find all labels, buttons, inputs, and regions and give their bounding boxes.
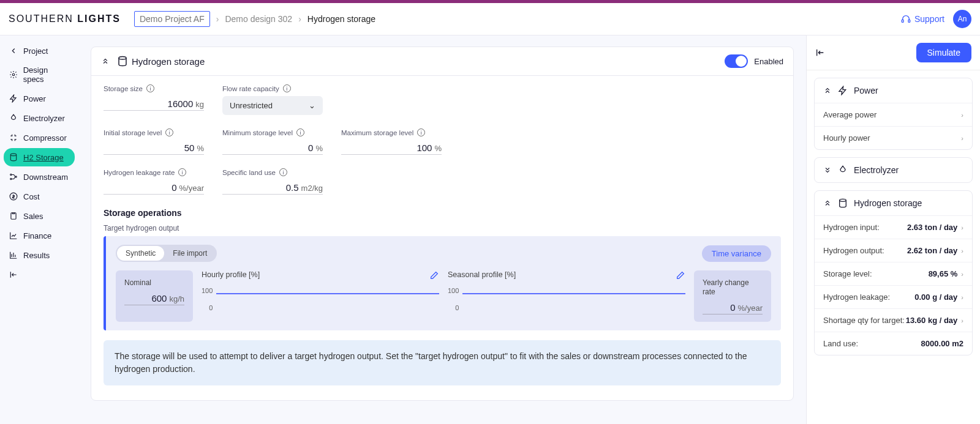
land-use-input[interactable]: 0.5m2/kg	[222, 180, 323, 195]
main-content: Hydrogen storage Enabled Storage sizei 1…	[78, 35, 806, 424]
rp-row[interactable]: Hydrogen leakage:0.00 g / day›	[815, 285, 972, 308]
sidebar-item-label: Sales	[23, 212, 43, 221]
chevron-right-icon: ›	[961, 111, 963, 119]
sidebar: Project Design specs Power Electrolyzer …	[0, 35, 78, 424]
sidebar-item-sales[interactable]: Sales	[4, 207, 75, 225]
chevron-down-icon: ⌄	[309, 101, 315, 110]
sidebar-item-power[interactable]: Power	[4, 89, 75, 108]
nominal-input[interactable]: 600kg/h	[124, 291, 184, 305]
results-panel: Simulate Power Average power› Hourly pow…	[806, 35, 980, 424]
sidebar-item-compressor[interactable]: Compressor	[4, 128, 75, 147]
collapse-left-icon[interactable]	[815, 48, 825, 58]
database-icon	[838, 198, 848, 208]
rp-hstorage-card: Hydrogen storage Hydrogen input:2.63 ton…	[814, 190, 973, 355]
rp-electrolyzer-card: Electrolyzer	[814, 157, 973, 183]
flow-icon	[9, 172, 18, 182]
breadcrumb-design[interactable]: Demo design 302	[225, 14, 292, 24]
collapse-icon[interactable]	[823, 86, 832, 95]
info-icon[interactable]: i	[283, 84, 291, 92]
rp-row-average-power[interactable]: Average power›	[815, 103, 972, 126]
sidebar-item-design-specs[interactable]: Design specs	[4, 61, 75, 88]
chart-line-icon	[9, 231, 18, 240]
info-icon[interactable]: i	[296, 128, 304, 136]
sidebar-item-label: Cost	[23, 192, 40, 201]
nominal-box: Nominal 600kg/h	[116, 270, 193, 322]
collapse-icon[interactable]	[823, 199, 832, 207]
source-segmented: Synthetic File import	[116, 245, 217, 262]
info-note: The storage will be used to attempt to d…	[104, 340, 781, 385]
bolt-icon	[9, 94, 18, 103]
expand-icon[interactable]	[823, 166, 832, 174]
sidebar-item-h2-storage[interactable]: H2 Storage	[4, 148, 75, 166]
sidebar-item-finance[interactable]: Finance	[4, 226, 75, 245]
chevron-right-icon: ›	[961, 317, 963, 324]
chevron-right-icon: ›	[961, 294, 963, 301]
sidebar-item-label: Design specs	[23, 65, 70, 84]
clipboard-icon	[9, 211, 18, 221]
chevron-right-icon: ›	[961, 247, 963, 255]
storage-size-input[interactable]: 16000 kg	[104, 96, 204, 111]
headset-icon	[901, 14, 911, 24]
enabled-toggle[interactable]	[725, 54, 748, 68]
rp-row[interactable]: Hydrogen output:2.62 ton / day›	[815, 239, 972, 262]
field-max-level: Maximum storage leveli 100%	[341, 128, 442, 155]
rp-row[interactable]: Shortage qty for target:13.60 kg / day›	[815, 308, 972, 332]
drop-icon	[838, 165, 848, 175]
breadcrumb-project[interactable]: Demo Project AF	[134, 11, 210, 27]
logo: SOUTHERN LIGHTS	[9, 13, 121, 24]
svg-point-6	[15, 176, 17, 177]
sidebar-collapse[interactable]	[4, 266, 75, 284]
breadcrumb: Demo Project AF › Demo design 302 › Hydr…	[134, 11, 375, 27]
field-initial-level: Initial storage leveli 50%	[104, 128, 204, 155]
flow-rate-select[interactable]: Unrestricted ⌄	[222, 96, 323, 115]
edit-icon[interactable]	[676, 270, 685, 280]
target-output-panel: Synthetic File import Time variance Nomi…	[104, 236, 781, 330]
rp-row[interactable]: Hydrogen input:2.63 ton / day›	[815, 215, 972, 239]
svg-point-4	[10, 174, 12, 175]
info-icon[interactable]: i	[165, 128, 173, 136]
tab-synthetic[interactable]: Synthetic	[117, 246, 164, 261]
hydrogen-storage-card: Hydrogen storage Enabled Storage sizei 1…	[91, 46, 794, 401]
chart-bar-icon	[9, 250, 18, 260]
svg-point-3	[10, 154, 16, 156]
chevron-right-icon: ›	[961, 270, 963, 278]
info-icon[interactable]: i	[178, 168, 186, 176]
compress-icon	[9, 133, 18, 143]
min-level-input[interactable]: 0%	[222, 140, 323, 155]
sidebar-item-label: H2 Storage	[23, 153, 64, 162]
tab-file-import[interactable]: File import	[164, 246, 216, 261]
field-min-level: Minimum storage leveli 0%	[222, 128, 323, 155]
simulate-button[interactable]: Simulate	[916, 43, 971, 62]
bolt-icon	[838, 86, 848, 95]
yearly-change-box: Yearly change rate 0%/year	[694, 270, 771, 322]
time-variance-button[interactable]: Time variance	[702, 245, 771, 262]
target-output-label: Target hydrogen output	[104, 224, 781, 232]
chevron-right-icon: ›	[961, 224, 963, 231]
info-icon[interactable]: i	[417, 128, 425, 136]
sidebar-item-downstream[interactable]: Downstream	[4, 168, 75, 186]
rp-row[interactable]: Storage level:89,65 %›	[815, 262, 972, 285]
support-link[interactable]: Support	[901, 14, 944, 24]
yearly-change-input[interactable]: 0%/year	[703, 300, 763, 314]
svg-rect-1	[908, 20, 910, 22]
collapse-icon[interactable]	[101, 57, 110, 65]
gear-icon	[9, 70, 18, 80]
initial-level-input[interactable]: 50%	[104, 140, 204, 155]
sidebar-item-electrolyzer[interactable]: Electrolyzer	[4, 109, 75, 127]
rp-row-hourly-power[interactable]: Hourly power›	[815, 126, 972, 149]
svg-point-2	[12, 73, 15, 76]
max-level-input[interactable]: 100%	[341, 140, 442, 155]
field-land-use: Specific land usei 0.5m2/kg	[222, 168, 323, 195]
sidebar-item-label: Finance	[23, 231, 51, 240]
sidebar-item-cost[interactable]: Cost	[4, 187, 75, 206]
info-icon[interactable]: i	[279, 168, 287, 176]
rp-power-card: Power Average power› Hourly power›	[814, 78, 973, 150]
svg-point-5	[10, 178, 12, 179]
edit-icon[interactable]	[429, 270, 439, 280]
card-title: Hydrogen storage	[132, 56, 205, 67]
sidebar-item-results[interactable]: Results	[4, 246, 75, 264]
avatar[interactable]: An	[953, 10, 971, 28]
info-icon[interactable]: i	[146, 84, 154, 92]
sidebar-item-project[interactable]: Project	[4, 42, 75, 60]
leakage-input[interactable]: 0%/year	[104, 180, 204, 195]
